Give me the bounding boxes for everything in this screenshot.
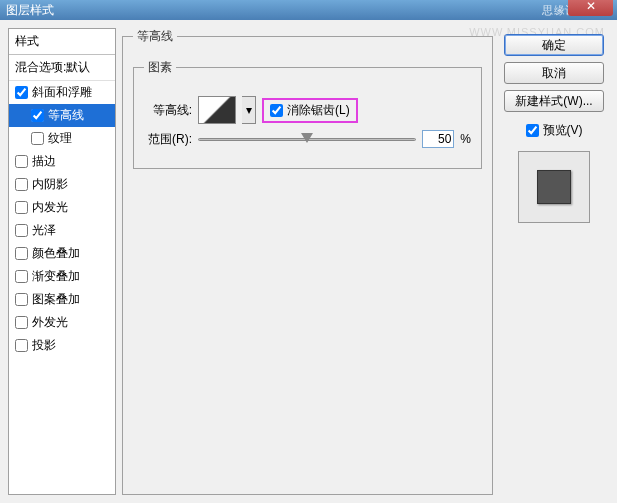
close-button[interactable]: ✕ [568,0,613,16]
range-label: 范围(R): [144,131,192,148]
range-unit: % [460,132,471,146]
antialias-highlight: 消除锯齿(L) [262,98,358,123]
style-item-4[interactable]: 内阴影 [9,173,115,196]
new-style-button[interactable]: 新建样式(W)... [504,90,604,112]
preview-checkbox[interactable] [526,124,539,137]
range-value-bg [422,130,454,148]
titlebar[interactable]: 图层样式 思缘设计论坛 ✕ [0,0,617,20]
style-checkbox[interactable] [15,201,28,214]
style-item-9[interactable]: 图案叠加 [9,288,115,311]
range-row: 范围(R): % [144,130,471,148]
range-input[interactable] [422,130,454,148]
style-label: 渐变叠加 [32,268,80,285]
style-label: 等高线 [48,107,84,124]
style-checkbox[interactable] [15,155,28,168]
contour-picker[interactable] [198,96,236,124]
style-list: 斜面和浮雕等高线纹理描边内阴影内发光光泽颜色叠加渐变叠加图案叠加外发光投影 [9,81,115,357]
dialog-title: 图层样式 [6,2,54,19]
style-item-8[interactable]: 渐变叠加 [9,265,115,288]
layer-style-dialog: 图层样式 思缘设计论坛 ✕ WWW.MISSYUAN.COM 样式 混合选项:默… [0,0,617,503]
style-item-6[interactable]: 光泽 [9,219,115,242]
style-item-0[interactable]: 斜面和浮雕 [9,81,115,104]
style-checkbox[interactable] [15,178,28,191]
style-label: 外发光 [32,314,68,331]
style-item-3[interactable]: 描边 [9,150,115,173]
style-label: 斜面和浮雕 [32,84,92,101]
style-checkbox[interactable] [31,132,44,145]
style-label: 图案叠加 [32,291,80,308]
action-panel: 确定 取消 新建样式(W)... 预览(V) [499,28,609,495]
style-checkbox[interactable] [15,339,28,352]
contour-legend: 等高线 [133,28,177,45]
style-label: 内阴影 [32,176,68,193]
style-label: 内发光 [32,199,68,216]
blending-options[interactable]: 混合选项:默认 [9,55,115,81]
elements-legend: 图素 [144,59,176,76]
style-item-10[interactable]: 外发光 [9,311,115,334]
contour-row: 等高线: ▾ 消除锯齿(L) [144,96,471,124]
antialias-checkbox[interactable] [270,104,283,117]
preview-label: 预览(V) [543,122,583,139]
elements-group: 图素 等高线: ▾ 消除锯齿(L) 范围(R): [133,59,482,169]
style-item-11[interactable]: 投影 [9,334,115,357]
style-item-2[interactable]: 纹理 [9,127,115,150]
range-slider-thumb[interactable] [301,133,313,143]
style-label: 颜色叠加 [32,245,80,262]
preview-row: 预览(V) [526,122,583,139]
contour-group: 等高线 图素 等高线: ▾ 消除锯齿(L) 范围(R): [122,28,493,495]
style-label: 描边 [32,153,56,170]
style-item-5[interactable]: 内发光 [9,196,115,219]
antialias-label: 消除锯齿(L) [287,102,350,119]
style-checkbox[interactable] [15,247,28,260]
style-checkbox[interactable] [15,316,28,329]
style-item-7[interactable]: 颜色叠加 [9,242,115,265]
preview-swatch [537,170,571,204]
style-label: 光泽 [32,222,56,239]
contour-dropdown[interactable]: ▾ [242,96,256,124]
style-item-1[interactable]: 等高线 [9,104,115,127]
style-checkbox[interactable] [15,86,28,99]
style-label: 纹理 [48,130,72,147]
settings-panel: 等高线 图素 等高线: ▾ 消除锯齿(L) 范围(R): [122,28,493,495]
contour-label: 等高线: [144,102,192,119]
preview-box [518,151,590,223]
styles-header[interactable]: 样式 [9,29,115,55]
style-checkbox[interactable] [15,293,28,306]
style-checkbox[interactable] [31,109,44,122]
dialog-body: 样式 混合选项:默认 斜面和浮雕等高线纹理描边内阴影内发光光泽颜色叠加渐变叠加图… [0,20,617,503]
style-checkbox[interactable] [15,270,28,283]
style-label: 投影 [32,337,56,354]
cancel-button[interactable]: 取消 [504,62,604,84]
styles-panel: 样式 混合选项:默认 斜面和浮雕等高线纹理描边内阴影内发光光泽颜色叠加渐变叠加图… [8,28,116,495]
style-checkbox[interactable] [15,224,28,237]
range-slider[interactable] [198,138,416,141]
ok-button[interactable]: 确定 [504,34,604,56]
